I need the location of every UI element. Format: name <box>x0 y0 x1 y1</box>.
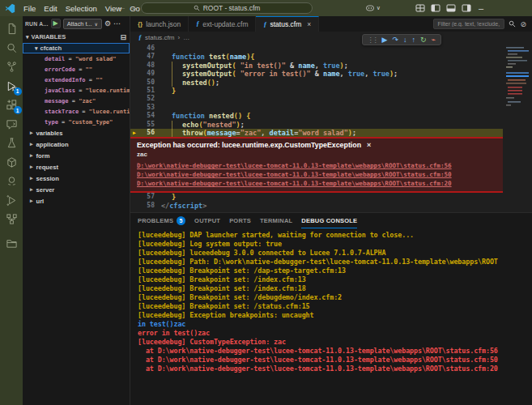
search-text: ROOT - status.cfm <box>203 4 261 12</box>
drag-grip-icon[interactable]: ⋮⋮ <box>368 36 377 44</box>
console-line: in test()zac <box>138 320 532 329</box>
gear-icon[interactable]: ⚙ <box>104 19 111 28</box>
clear-console-icon[interactable]: ⊘ <box>520 20 526 28</box>
stack-frame-link[interactable]: D:\work\native-debugger-test\lucee-tomca… <box>137 161 496 170</box>
tab-status.cfm[interactable]: ƒstatus.cfm× <box>256 16 319 32</box>
minimap[interactable] <box>504 45 531 150</box>
command-center-search[interactable]: ROOT - status.cfm <box>141 2 313 14</box>
variable-row-stackTrace[interactable]: stackTrace = "lucee.runtime.… <box>23 106 130 117</box>
step-out-button[interactable]: ↑ <box>412 35 416 45</box>
disconnect-button[interactable]: ⌁ <box>432 35 436 45</box>
variable-row-extendedInfo[interactable]: extendedInfo = "" <box>23 75 130 85</box>
extensions-badge: 1 <box>14 106 22 114</box>
package-cube-icon[interactable] <box>5 156 19 169</box>
scope-form[interactable]: ▸form <box>23 150 130 161</box>
stack-frame-link[interactable]: D:\work\native-debugger-test\lucee-tomca… <box>137 170 496 179</box>
run-and-debug-icon[interactable]: 1 <box>5 79 19 93</box>
tab-launch.json[interactable]: {}launch.json <box>130 16 189 32</box>
variables-tree: ▾ cfcatch detail = "word salad"errorCode… <box>23 43 130 405</box>
more-actions-icon[interactable]: ⋯ <box>113 19 121 28</box>
scope-session[interactable]: ▸session <box>23 173 130 184</box>
search-view-icon[interactable] <box>5 41 19 55</box>
step-over-button[interactable]: ↷ <box>392 35 398 45</box>
scope-request[interactable]: ▸request <box>23 161 130 173</box>
search-icon[interactable] <box>509 20 516 28</box>
scope-application[interactable]: ▸application <box>23 139 130 150</box>
scope-label: session <box>36 175 59 182</box>
variable-value: "word salad" <box>75 56 117 62</box>
panel-tab-ports[interactable]: PORTS <box>229 213 251 228</box>
scope-label: url <box>36 198 45 205</box>
source-control-icon[interactable] <box>5 60 19 74</box>
project-folder-icon[interactable] <box>5 237 19 250</box>
variables-section-header[interactable]: ▾ VARIABLES ⊟ <box>23 31 130 43</box>
start-debugging-button[interactable]: ▶ <box>51 19 61 28</box>
copilot-icon <box>365 3 375 13</box>
close-icon[interactable]: × <box>307 20 311 28</box>
code-editor[interactable]: 4647function test(name){48systemOutput( … <box>130 43 532 212</box>
breadcrumb-file[interactable]: status.cfm <box>145 34 174 41</box>
tab-label: launch.json <box>146 20 181 28</box>
collapse-all-icon[interactable]: ⊟ <box>120 33 126 41</box>
panel-tab-problems[interactable]: PROBLEMS5 <box>138 213 185 228</box>
menu-edit[interactable]: Edit <box>40 4 61 13</box>
org-chart-icon[interactable] <box>5 212 19 226</box>
toggle-panel-icon[interactable] <box>446 3 456 13</box>
variable-row-cfcatch[interactable]: ▾ cfcatch <box>23 43 130 53</box>
tab-ext-update.cfm[interactable]: ƒext-update.cfm <box>189 16 256 32</box>
copilot-button[interactable]: ∨ <box>365 3 381 13</box>
toggle-secondary-sidebar-icon[interactable] <box>462 3 471 13</box>
variable-row-javaClass[interactable]: javaClass = "lucee.runtime.e… <box>23 85 130 96</box>
menu-file[interactable]: File <box>19 4 40 13</box>
search-icon <box>194 5 200 11</box>
close-icon[interactable]: × <box>367 141 371 149</box>
variable-name: cfcatch <box>40 45 62 52</box>
restart-button[interactable]: ↻ <box>420 35 427 45</box>
console-line: [luceedebug] Breakpoint set: /debugdemo/… <box>138 293 532 302</box>
scope-list: ▸variables▸application▸form▸request▸sess… <box>23 127 130 207</box>
stack-frame-link[interactable]: D:\work\native-debugger-test\lucee-tomca… <box>137 179 496 188</box>
console-line: at D:\work\native-debugger-test\lucee-to… <box>138 364 532 373</box>
scope-label: variables <box>36 130 63 137</box>
console-line: [luceedebug] Exception breakpoints: unca… <box>138 311 532 320</box>
panel-tab-terminal[interactable]: TERMINAL <box>260 213 292 228</box>
console-line: [luceedebug] Breakpoint set: /index.cfm:… <box>138 275 532 284</box>
breadcrumb[interactable]: ƒ status.cfm › … <box>130 32 532 43</box>
step-into-button[interactable]: ↓ <box>403 35 407 45</box>
code-line-51: 51} <box>130 87 503 95</box>
launch-config-dropdown[interactable]: Attach t...∨ <box>63 19 102 29</box>
customize-layout-icon[interactable] <box>415 3 425 13</box>
debug-toolbar: ⋮⋮ ▶↷↓↑↻⌁ <box>362 34 441 45</box>
scope-server[interactable]: ▸server <box>23 184 130 195</box>
console-output[interactable]: [luceedebug] DAP launcher started, waiti… <box>130 228 532 405</box>
scope-variables[interactable]: ▸variables <box>23 127 130 139</box>
variable-row-type[interactable]: type = "custom_type" <box>23 117 130 127</box>
panel-tab-output[interactable]: OUTPUT <box>194 213 220 228</box>
github-octopus-icon[interactable] <box>5 174 19 188</box>
exception-links: D:\work\native-debugger-test\lucee-tomca… <box>137 161 496 188</box>
menu-selection[interactable]: Selection <box>62 4 101 13</box>
extensions-icon[interactable]: 1 <box>5 98 19 112</box>
breadcrumb-more[interactable]: … <box>183 34 189 41</box>
scope-label: form <box>36 152 50 160</box>
console-line: [luceedebug] Breakpoint set: /status.cfm… <box>138 302 532 311</box>
scope-url[interactable]: ▸url <box>23 195 130 207</box>
continue-button[interactable]: ▶ <box>382 35 388 45</box>
forward-arrow-icon[interactable]: → <box>130 2 138 11</box>
toggle-sidebar-icon[interactable] <box>431 3 440 13</box>
chat-icon[interactable] <box>5 117 19 131</box>
console-filter-input[interactable] <box>433 19 504 29</box>
explorer-icon[interactable] <box>5 22 19 36</box>
variable-row-message[interactable]: message = "zac" <box>23 96 130 106</box>
variable-row-detail[interactable]: detail = "word salad" <box>23 53 130 64</box>
variable-name: stackTrace <box>45 109 79 115</box>
testing-beaker-icon[interactable] <box>5 136 19 150</box>
variable-row-errorCode[interactable]: errorCode = "" <box>23 64 130 75</box>
panel-tab-debug-console[interactable]: DEBUG CONSOLE <box>301 213 357 228</box>
code-line-50: 50nested(); <box>130 79 503 87</box>
minimize-button[interactable]: – <box>477 3 485 13</box>
variable-value: "" <box>96 77 102 83</box>
cfm-file-icon: ƒ <box>196 20 199 28</box>
back-arrow-icon[interactable]: ← <box>118 2 126 11</box>
debug-alt-icon[interactable] <box>5 194 19 207</box>
